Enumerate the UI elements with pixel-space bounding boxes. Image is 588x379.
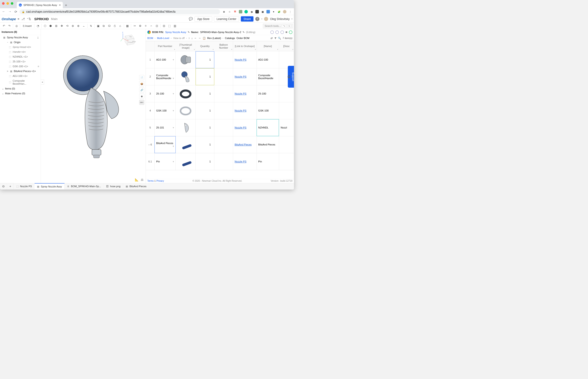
order-bom-link[interactable]: Order BOM	[236, 37, 250, 40]
rev-label[interactable]: Rev (Latest)	[207, 37, 221, 40]
balloon-cell[interactable]	[214, 153, 233, 170]
part-number-cell[interactable]: ADJ-100 ▾	[155, 51, 176, 68]
sort-icon[interactable]: ▾	[255, 48, 256, 51]
close-tab-icon[interactable]: ✕	[59, 4, 61, 7]
privacy-link[interactable]: Privacy	[156, 180, 164, 182]
tree-item[interactable]: ⬚Composite Bezel/Han...	[0, 79, 41, 86]
column-header[interactable]: [Name]▾	[257, 41, 279, 51]
status-ring[interactable]	[270, 31, 274, 34]
quantity-cell[interactable]: 1	[196, 51, 214, 68]
catalogs-link[interactable]: Catalogs	[225, 37, 235, 40]
tree-item[interactable]: ⬚25-100 <1>	[0, 59, 41, 64]
column-header[interactable]: [Thumbnail image]▾	[176, 41, 196, 51]
balloon-cell[interactable]	[214, 51, 233, 68]
element-tab[interactable]: ▦BitsAnd Pieces	[123, 183, 149, 190]
extension-icon[interactable]	[267, 10, 270, 13]
desc-cell[interactable]	[279, 153, 294, 170]
tool-icon[interactable]: ⧉	[101, 23, 106, 29]
quantity-cell[interactable]: 1	[196, 85, 214, 102]
star-icon[interactable]: ☆	[228, 10, 231, 13]
view-tool-icon[interactable]: ◉	[139, 94, 144, 99]
tool-icon[interactable]: ⚛	[143, 23, 148, 29]
name-cell[interactable]: Pin	[257, 153, 279, 170]
bom-name-value[interactable]: SPRKHD-Main-Spray Nozzle Assy-2	[200, 31, 241, 34]
element-tab[interactable]: ▦Spray Nozzle Assy	[34, 183, 65, 190]
tool-icon[interactable]: ⬡	[42, 23, 48, 29]
link-cell[interactable]: Nozzle PS	[233, 102, 257, 119]
desc-cell[interactable]	[279, 136, 294, 153]
link-cell[interactable]: Nozzle PS	[233, 68, 257, 85]
tree-section[interactable]: ⌄ Items (0)	[0, 86, 41, 91]
name-cell[interactable]: NZHNDL	[257, 119, 279, 136]
nav-down-icon[interactable]: ↓	[191, 37, 193, 40]
link-cell[interactable]: Nozzle PS	[233, 85, 257, 102]
gear-icon[interactable]: ⚙	[138, 23, 143, 29]
status-ring[interactable]	[289, 31, 292, 34]
name-cell[interactable]: BitsAnd Pieces	[257, 136, 279, 153]
bom-row[interactable]: 325-100 ▾1Nozzle PS25-100	[146, 85, 294, 102]
tool-icon[interactable]: ◔	[35, 23, 41, 29]
tool-icon[interactable]: ⫠	[81, 23, 86, 29]
redo-icon[interactable]: ↷	[7, 23, 12, 29]
quantity-cell[interactable]: 1	[196, 102, 214, 119]
close-window-button[interactable]	[2, 2, 5, 5]
quantity-cell[interactable]: 1	[196, 119, 214, 136]
column-header[interactable]: Quantity▾	[196, 41, 214, 51]
balloon-cell[interactable]	[214, 102, 233, 119]
measure-icon[interactable]: 📐	[135, 178, 138, 182]
link-cell[interactable]: BitsAnd Pieces	[233, 136, 257, 153]
sort-icon[interactable]: ▾	[174, 48, 175, 51]
tree-item[interactable]: ⬚GSK-100 <1>≡	[0, 64, 41, 69]
balloon-cell[interactable]	[214, 119, 233, 136]
extension-icon[interactable]	[244, 10, 248, 13]
share-button[interactable]: Share	[241, 16, 253, 22]
comments-icon[interactable]: 💬	[189, 17, 193, 21]
tool-icon[interactable]: ✂	[132, 23, 137, 29]
quantity-cell[interactable]: 1	[196, 136, 214, 153]
learning-center-button[interactable]: Learning Center	[214, 16, 239, 22]
nav-left-icon[interactable]: ←	[194, 37, 197, 40]
bom-row[interactable]: 4GSK-100 ▾1Nozzle PSGSK-100	[146, 102, 294, 119]
tool-icon[interactable]: ⛁	[107, 23, 112, 29]
edit-icon[interactable]: ✎	[243, 31, 245, 34]
quantity-cell[interactable]: 1	[196, 153, 214, 170]
view-tool-icon[interactable]: 📦	[139, 81, 144, 86]
link-cell[interactable]: Nozzle PS	[233, 51, 257, 68]
name-cell[interactable]: GSK-100	[257, 102, 279, 119]
add-tab-icon[interactable]: +	[7, 183, 14, 190]
link-cell[interactable]: Nozzle PS	[233, 119, 257, 136]
mass-icon[interactable]: ⚖	[141, 178, 144, 182]
status-ring[interactable]	[280, 31, 284, 34]
name-cell[interactable]: ADJ-100	[257, 51, 279, 68]
maximize-window-button[interactable]	[11, 2, 13, 5]
part-number-cell[interactable]: BitsAnd Pieces ▾	[155, 136, 176, 153]
tool-icon[interactable]: ⊞	[53, 23, 59, 29]
edit-icon[interactable]: ✎	[188, 31, 190, 34]
bom-row[interactable]: 1ADJ-100 ▾1Nozzle PSADJ-100	[146, 51, 294, 68]
tool-icon[interactable]: ⊟	[161, 23, 167, 29]
back-icon[interactable]: ←	[2, 10, 5, 14]
element-tab[interactable]: ⬚Nozzle PS	[14, 183, 34, 190]
extension-icon[interactable]	[239, 10, 242, 13]
part-number-cell[interactable]: 25-101 ▾	[155, 119, 176, 136]
copy-icon[interactable]: 📋	[202, 37, 206, 40]
sort-icon[interactable]: ▾	[194, 48, 195, 51]
column-header[interactable]: [Link to Onshape]▾	[233, 41, 257, 51]
extensions-menu-icon[interactable]: ✦	[272, 10, 275, 13]
menu-icon[interactable]: ≡	[17, 17, 19, 21]
view-toggle[interactable]: View is off	[173, 37, 185, 40]
view-cube[interactable]: Front Right Top Z X	[120, 32, 136, 47]
column-header[interactable]: Part Number▾	[155, 41, 176, 51]
tool-icon[interactable]: ⟲	[65, 23, 70, 29]
tool-icon[interactable]: ✥	[59, 23, 64, 29]
view-tool-icon[interactable]: 🔗	[139, 87, 144, 93]
sort-icon[interactable]: ▾	[231, 48, 232, 51]
item-menu-icon[interactable]: ≡	[38, 65, 39, 68]
tree-item[interactable]: >▦BitsAnd Pieces <1>	[0, 69, 41, 74]
tool-icon[interactable]: ⊕	[76, 23, 81, 29]
extension-icon[interactable]: ▦	[261, 10, 264, 13]
tool-icon[interactable]: ▦	[125, 23, 130, 29]
search-icon[interactable]: 🔍	[278, 37, 281, 40]
settings-icon[interactable]: ⎇	[21, 17, 25, 21]
user-avatar[interactable]	[264, 17, 268, 21]
